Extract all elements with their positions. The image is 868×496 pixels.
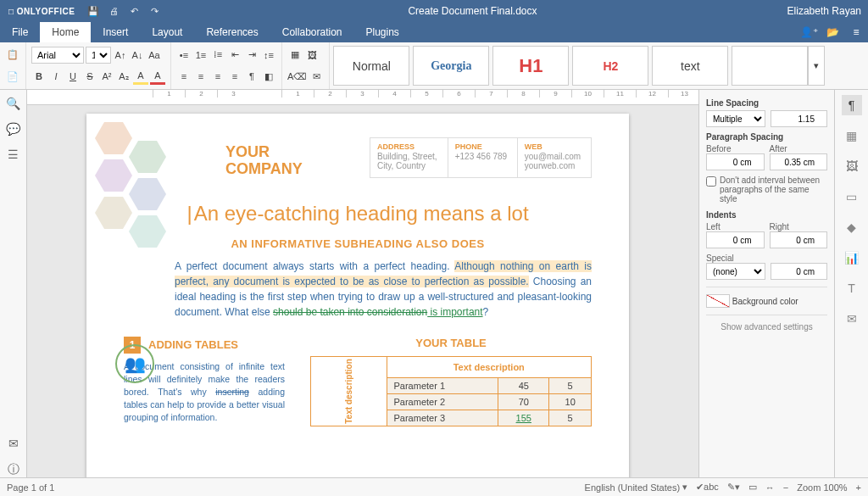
- document-page[interactable]: YOUR COMPANY ADDRESSPHONEWEB Building, S…: [86, 114, 629, 477]
- left-sidebar: 🔍 💬 ☰ ✉ ⓘ: [0, 90, 27, 477]
- save-icon[interactable]: 💾: [83, 6, 103, 17]
- highlight-button[interactable]: A: [133, 68, 148, 85]
- font-color-button[interactable]: A: [150, 68, 165, 85]
- font-family-combo[interactable]: Arial: [31, 47, 84, 64]
- tab-paragraph-icon[interactable]: ¶: [842, 95, 862, 115]
- menu-insert[interactable]: Insert: [91, 22, 140, 42]
- tab-header-icon[interactable]: ▭: [842, 187, 862, 207]
- right-tab-strip: ¶ ▦ 🖼 ▭ ◆ 📊 T ✉: [834, 90, 868, 477]
- bullets-icon[interactable]: •≡: [176, 47, 192, 64]
- menu-file[interactable]: File: [0, 22, 40, 42]
- show-advanced-link[interactable]: Show advanced settings: [706, 322, 827, 332]
- strike-button[interactable]: S: [82, 68, 97, 85]
- style-blank[interactable]: [732, 46, 808, 86]
- feedback-icon[interactable]: ✉: [8, 437, 19, 450]
- align-justify-icon[interactable]: ≡: [227, 68, 242, 85]
- menu-plugins[interactable]: Plugins: [354, 22, 411, 42]
- print-icon[interactable]: 🖨: [103, 6, 124, 16]
- italic-button[interactable]: I: [48, 68, 64, 85]
- user-name[interactable]: Elizabeth Rayan: [781, 5, 868, 17]
- navigation-icon[interactable]: ☰: [8, 148, 19, 161]
- add-user-icon[interactable]: 👤⁺: [797, 22, 821, 42]
- menu-bar: File Home Insert Layout References Colla…: [0, 22, 868, 42]
- zoom-level[interactable]: Zoom 100%: [797, 482, 847, 493]
- menu-layout[interactable]: Layout: [140, 22, 194, 42]
- superscript-button[interactable]: A²: [99, 68, 114, 85]
- style-h2[interactable]: H2: [572, 46, 648, 86]
- style-georgia[interactable]: Georgia: [413, 46, 489, 86]
- document-title: Create Document Final.docx: [164, 5, 780, 17]
- style-normal[interactable]: Normal: [333, 46, 409, 86]
- page-indicator[interactable]: Page 1 of 1: [7, 482, 54, 493]
- increase-indent-icon[interactable]: ⇥: [244, 47, 259, 64]
- insert-table-icon[interactable]: ▦: [287, 47, 303, 64]
- bgcolor-label: Background color: [732, 297, 798, 306]
- tab-chart-icon[interactable]: 📊: [842, 248, 862, 268]
- increase-font-icon[interactable]: A↑: [113, 47, 128, 64]
- tab-image-icon[interactable]: 🖼: [842, 156, 862, 176]
- company-name-line1: YOUR: [225, 144, 353, 161]
- track-changes-icon[interactable]: ✎▾: [727, 482, 740, 493]
- language-selector[interactable]: English (United States) ▾: [585, 482, 688, 493]
- font-size-combo[interactable]: 11: [86, 47, 111, 64]
- data-table: Text descriptionText description Paramet…: [310, 356, 592, 426]
- nonprinting-icon[interactable]: ¶: [244, 68, 259, 85]
- fit-page-icon[interactable]: ▭: [748, 482, 757, 493]
- underline-button[interactable]: U: [65, 68, 81, 85]
- decrease-font-icon[interactable]: A↓: [130, 47, 145, 64]
- subscript-button[interactable]: A₂: [116, 68, 131, 85]
- shading-icon[interactable]: ◧: [261, 68, 276, 85]
- align-left-icon[interactable]: ≡: [176, 68, 192, 85]
- dont-add-interval-checkbox[interactable]: Don't add interval between paragraphs of…: [706, 176, 827, 203]
- indent-right[interactable]: [770, 231, 828, 248]
- paragraph-settings-panel: Line Spacing Multiple Paragraph Spacing …: [698, 90, 834, 477]
- menu-collaboration[interactable]: Collaboration: [270, 22, 354, 42]
- undo-icon[interactable]: ↶: [124, 6, 144, 17]
- bgcolor-swatch[interactable]: [706, 294, 730, 308]
- tab-shape-icon[interactable]: ◆: [842, 217, 862, 237]
- numbering-icon[interactable]: 1≡: [193, 47, 209, 64]
- indent-left[interactable]: [706, 231, 765, 248]
- change-case-icon[interactable]: Aa: [147, 47, 162, 64]
- search-icon[interactable]: 🔍: [6, 97, 20, 110]
- style-text[interactable]: text: [652, 46, 728, 86]
- style-h1[interactable]: H1: [492, 46, 569, 86]
- align-right-icon[interactable]: ≡: [210, 68, 225, 85]
- line-spacing-mode[interactable]: Multiple: [706, 110, 765, 127]
- copy-icon[interactable]: 📋: [5, 47, 20, 64]
- about-icon[interactable]: ⓘ: [8, 462, 19, 477]
- multilevel-icon[interactable]: ⁞≡: [210, 47, 225, 64]
- paste-icon[interactable]: 📄: [5, 68, 20, 85]
- mailmerge-icon[interactable]: ✉: [309, 68, 324, 85]
- zoom-out-icon[interactable]: −: [783, 482, 788, 493]
- style-dropdown-icon[interactable]: ▾: [808, 46, 825, 86]
- indent-special-value[interactable]: [771, 263, 827, 280]
- bold-button[interactable]: B: [31, 68, 47, 85]
- indent-special-mode[interactable]: (none): [706, 263, 765, 280]
- line-spacing-icon[interactable]: ↕≡: [261, 47, 276, 64]
- decorative-hexagons: [86, 122, 197, 258]
- comments-icon[interactable]: 💬: [6, 122, 20, 136]
- spacing-after[interactable]: [770, 153, 828, 170]
- spacing-before[interactable]: [706, 153, 765, 170]
- tab-mail-icon[interactable]: ✉: [842, 309, 862, 329]
- title-bar: ONLYOFFICE 💾 🖨 ↶ ↷ Create Document Final…: [0, 0, 868, 22]
- insert-image-icon[interactable]: 🖼: [304, 47, 320, 64]
- line-spacing-value[interactable]: [771, 110, 827, 127]
- hamburger-icon[interactable]: ≡: [844, 22, 868, 42]
- line-spacing-label: Line Spacing: [706, 98, 827, 108]
- align-center-icon[interactable]: ≡: [193, 68, 209, 85]
- menu-references[interactable]: References: [194, 22, 270, 42]
- menu-home[interactable]: Home: [40, 22, 91, 42]
- fit-width-icon[interactable]: ↔: [765, 482, 775, 493]
- tab-table-icon[interactable]: ▦: [842, 125, 862, 146]
- zoom-in-icon[interactable]: +: [856, 482, 861, 493]
- redo-icon[interactable]: ↷: [144, 6, 164, 17]
- decrease-indent-icon[interactable]: ⇤: [227, 47, 242, 64]
- open-location-icon[interactable]: 📂: [821, 22, 844, 42]
- clear-style-icon[interactable]: A⌫: [287, 68, 307, 85]
- tab-textart-icon[interactable]: T: [842, 278, 862, 298]
- spellcheck-icon[interactable]: ✔abc: [696, 482, 719, 493]
- people-icon: 👥: [115, 344, 154, 383]
- home-toolbar: 📋 📄 Arial 11 A↑ A↓ Aa B I U S A² A₂ A A …: [0, 42, 868, 90]
